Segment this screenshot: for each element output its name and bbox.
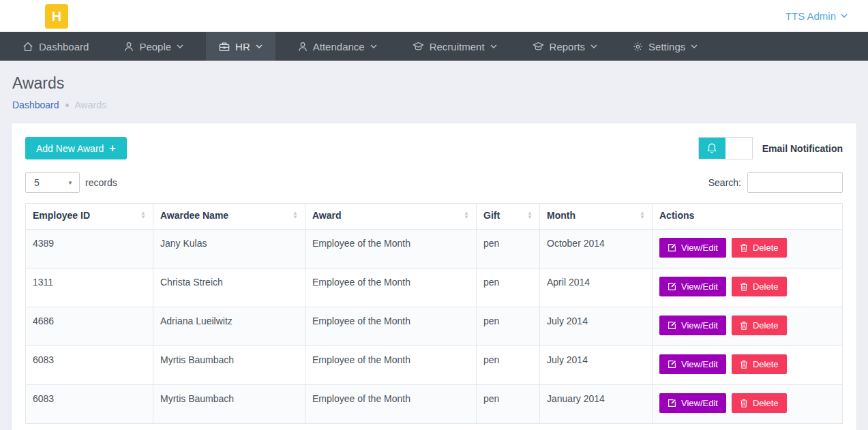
nav-label: Recruitment bbox=[430, 41, 485, 52]
sort-icon[interactable]: ▲▼ bbox=[640, 211, 645, 219]
add-button-label: Add New Award bbox=[36, 143, 104, 154]
sort-icon[interactable]: ▲▼ bbox=[464, 211, 469, 219]
sort-icon[interactable]: ▲▼ bbox=[293, 211, 298, 219]
nav-item-hr[interactable]: HR bbox=[206, 32, 275, 61]
user-menu-label: TTS Admin bbox=[785, 10, 836, 22]
column-header-employee-id[interactable]: Employee ID▲▼ bbox=[26, 204, 153, 230]
delete-button[interactable]: Delete bbox=[732, 277, 787, 296]
cell-awardee-name: Adriana Lueilwitz bbox=[153, 307, 305, 346]
cell-gift: pen bbox=[477, 346, 540, 385]
records-per-page-select[interactable]: 5 ▼ bbox=[25, 172, 80, 193]
cell-employee-id: 4686 bbox=[26, 307, 153, 346]
view-edit-button[interactable]: View/Edit bbox=[659, 238, 726, 258]
email-notification-toggle[interactable] bbox=[698, 137, 753, 159]
chevron-down-icon bbox=[490, 44, 497, 49]
view-edit-button[interactable]: View/Edit bbox=[659, 316, 726, 335]
trash-icon bbox=[740, 243, 748, 252]
column-header-award[interactable]: Award▲▼ bbox=[305, 204, 477, 230]
bell-icon bbox=[706, 142, 717, 154]
cell-awardee-name: Jany Kulas bbox=[153, 230, 305, 268]
table-row: 4686 Adriana Lueilwitz Employee of the M… bbox=[26, 307, 843, 346]
breadcrumb: Dashboard Awards bbox=[12, 99, 857, 110]
breadcrumb-dashboard-link[interactable]: Dashboard bbox=[12, 99, 59, 110]
edit-icon bbox=[668, 399, 676, 408]
delete-button[interactable]: Delete bbox=[732, 316, 787, 335]
cell-employee-id: 6083 bbox=[26, 346, 153, 385]
cell-month: July 2014 bbox=[540, 346, 653, 385]
chevron-down-icon bbox=[177, 44, 183, 49]
column-header-gift[interactable]: Gift▲▼ bbox=[477, 204, 540, 230]
home-icon bbox=[23, 42, 33, 52]
nav-item-reports[interactable]: Reports bbox=[520, 32, 611, 61]
select-caret-icon: ▼ bbox=[68, 180, 73, 186]
edit-icon bbox=[668, 243, 676, 252]
cell-award: Employee of the Month bbox=[305, 307, 477, 346]
plus-icon: + bbox=[109, 142, 115, 155]
delete-button[interactable]: Delete bbox=[732, 238, 787, 258]
trash-icon bbox=[740, 321, 748, 330]
nav-label: Attendance bbox=[313, 41, 365, 52]
delete-button[interactable]: Delete bbox=[732, 393, 787, 413]
briefcase-icon bbox=[219, 42, 230, 52]
awards-card: Add New Award + Email Notification 5 ▼ bbox=[11, 123, 857, 430]
nav-item-attendance[interactable]: Attendance bbox=[285, 32, 390, 61]
breadcrumb-separator bbox=[65, 104, 69, 107]
chevron-down-icon bbox=[370, 44, 377, 49]
cell-month: October 2014 bbox=[540, 230, 653, 268]
cell-employee-id: 1311 bbox=[26, 268, 153, 307]
nav-label: People bbox=[139, 41, 171, 52]
graduation-cap-icon bbox=[533, 42, 544, 51]
user-menu[interactable]: TTS Admin bbox=[785, 10, 848, 22]
column-header-actions: Actions bbox=[653, 204, 843, 230]
column-header-awardee-name[interactable]: Awardee Name▲▼ bbox=[153, 204, 305, 230]
cell-gift: pen bbox=[477, 385, 540, 424]
chevron-down-icon bbox=[841, 14, 848, 18]
cell-award: Employee of the Month bbox=[305, 230, 477, 268]
search-input[interactable] bbox=[747, 172, 843, 193]
table-row: 4389 Jany Kulas Employee of the Month pe… bbox=[26, 230, 843, 268]
trash-icon bbox=[740, 399, 748, 408]
column-header-month[interactable]: Month▲▼ bbox=[540, 204, 653, 230]
cell-award: Employee of the Month bbox=[305, 385, 477, 424]
cell-award: Employee of the Month bbox=[305, 346, 477, 385]
cell-awardee-name: Myrtis Baumbach bbox=[153, 385, 305, 424]
view-edit-button[interactable]: View/Edit bbox=[659, 277, 726, 296]
cell-gift: pen bbox=[477, 268, 540, 307]
view-edit-button[interactable]: View/Edit bbox=[659, 393, 726, 413]
delete-button[interactable]: Delete bbox=[732, 354, 787, 374]
person-icon bbox=[298, 42, 308, 52]
toggle-off-side bbox=[725, 138, 752, 159]
nav-item-people[interactable]: People bbox=[111, 32, 196, 61]
sort-icon[interactable]: ▲▼ bbox=[527, 211, 533, 219]
nav-label: Reports bbox=[550, 41, 586, 52]
nav-item-settings[interactable]: Settings bbox=[620, 32, 710, 61]
cell-gift: pen bbox=[477, 307, 540, 346]
records-label: records bbox=[85, 177, 117, 188]
cell-awardee-name: Myrtis Baumbach bbox=[153, 346, 305, 385]
main-nav: Dashboard People HR Attendance Recruitme… bbox=[0, 32, 868, 61]
cell-gift: pen bbox=[477, 230, 540, 268]
email-notification-label: Email Notification bbox=[762, 143, 843, 154]
chevron-down-icon bbox=[590, 44, 597, 49]
top-bar: H TTS Admin bbox=[0, 0, 868, 32]
edit-icon bbox=[668, 360, 676, 369]
chevron-down-icon bbox=[256, 44, 263, 49]
nav-item-recruitment[interactable]: Recruitment bbox=[400, 32, 510, 61]
trash-icon bbox=[740, 360, 748, 369]
view-edit-button[interactable]: View/Edit bbox=[659, 354, 726, 374]
search-label: Search: bbox=[708, 177, 741, 188]
nav-item-dashboard[interactable]: Dashboard bbox=[10, 32, 102, 61]
cell-month: April 2014 bbox=[540, 268, 653, 307]
cell-employee-id: 4389 bbox=[26, 230, 153, 268]
records-selected-value: 5 bbox=[34, 177, 40, 188]
cell-awardee-name: Christa Streich bbox=[153, 268, 305, 307]
edit-icon bbox=[668, 321, 676, 330]
sort-icon[interactable]: ▲▼ bbox=[140, 211, 146, 219]
awards-table: Employee ID▲▼ Awardee Name▲▼ Award▲▼ Gif… bbox=[25, 203, 843, 424]
add-new-award-button[interactable]: Add New Award + bbox=[25, 137, 127, 159]
cell-employee-id: 6083 bbox=[26, 385, 153, 424]
table-row: 1311 Christa Streich Employee of the Mon… bbox=[26, 268, 843, 307]
graduation-cap-icon bbox=[413, 42, 424, 51]
breadcrumb-current: Awards bbox=[75, 99, 106, 110]
nav-label: Dashboard bbox=[39, 41, 89, 52]
